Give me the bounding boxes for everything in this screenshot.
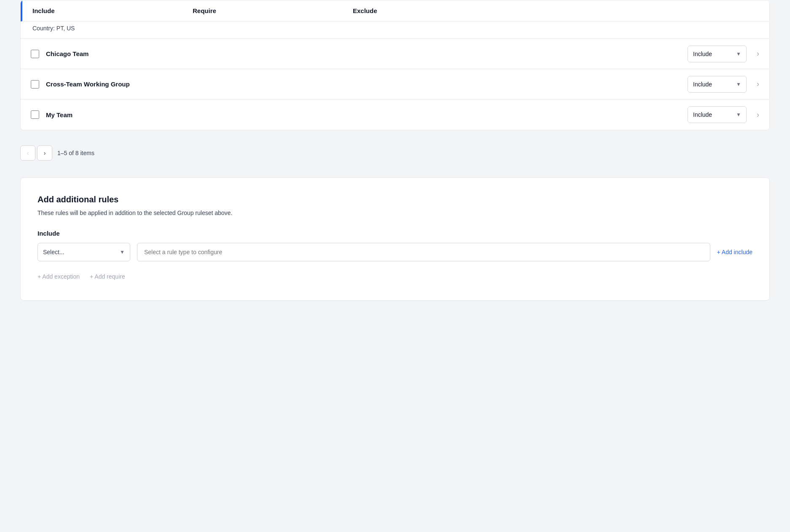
additional-rules-title: Add additional rules	[38, 195, 752, 204]
add-require-link[interactable]: + Add require	[90, 273, 125, 280]
add-exception-link[interactable]: + Add exception	[38, 273, 80, 280]
table-row: My Team Include ▼ ›	[21, 99, 769, 130]
pagination-row: ‹ › 1–5 of 8 items	[20, 139, 770, 167]
row-label-chicago-team: Chicago Team	[46, 50, 688, 57]
row-label-cross-team-working-group: Cross-Team Working Group	[46, 81, 688, 88]
row-dropdown-arrow-my-team: ▼	[736, 112, 741, 118]
select-dropdown-arrow: ▼	[120, 249, 125, 255]
row-label-my-team: My Team	[46, 111, 688, 118]
row-checkbox-cross-team-working-group[interactable]	[31, 80, 39, 89]
next-page-button[interactable]: ›	[37, 145, 52, 161]
table-row: Cross-Team Working Group Include ▼ ›	[21, 69, 769, 99]
table-row: Chicago Team Include ▼ ›	[21, 39, 769, 69]
include-label: Include	[38, 230, 752, 237]
rule-type-input[interactable]	[137, 243, 710, 261]
row-dropdown-arrow-chicago-team: ▼	[736, 51, 741, 57]
col-include-header: Include	[32, 7, 193, 14]
row-dropdown-arrow-cross-team-working-group: ▼	[736, 81, 741, 87]
row-dropdown-my-team[interactable]: Include ▼	[688, 106, 747, 123]
row-chevron-cross-team-working-group[interactable]: ›	[757, 80, 759, 89]
col-require-header: Require	[193, 7, 353, 14]
add-include-link[interactable]: + Add include	[717, 249, 752, 255]
row-checkbox-my-team[interactable]	[31, 110, 39, 119]
row-dropdown-chicago-team[interactable]: Include ▼	[688, 46, 747, 62]
row-checkbox-chicago-team[interactable]	[31, 50, 39, 58]
include-select-dropdown[interactable]: Select... ▼	[38, 243, 130, 261]
additional-rules-card: Add additional rules These rules will be…	[20, 177, 770, 301]
header-sub-text: Country: PT, US	[21, 21, 769, 39]
pagination-label: 1–5 of 8 items	[57, 150, 94, 156]
col-exclude-header: Exclude	[353, 7, 759, 14]
row-dropdown-cross-team-working-group[interactable]: Include ▼	[688, 76, 747, 93]
prev-page-button[interactable]: ‹	[20, 145, 35, 161]
select-placeholder: Select...	[43, 249, 64, 255]
additional-rules-description: These rules will be applied in addition …	[38, 210, 752, 216]
row-chevron-chicago-team[interactable]: ›	[757, 49, 759, 58]
row-chevron-my-team[interactable]: ›	[757, 110, 759, 119]
